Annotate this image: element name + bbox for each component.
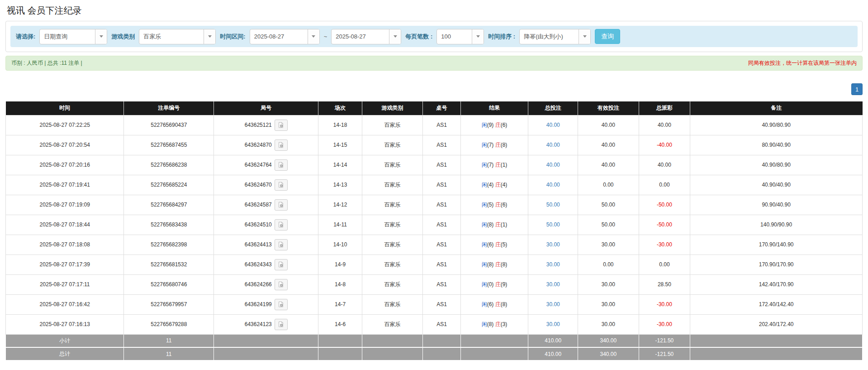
video-replay-icon	[278, 221, 284, 228]
cell-session: 14-10	[318, 235, 362, 255]
game-type-select[interactable]: 百家乐	[139, 29, 216, 44]
total-bet-link[interactable]: 50.00	[546, 221, 560, 228]
total-bet-link[interactable]: 40.00	[546, 182, 560, 188]
total-bet-link[interactable]: 40.00	[546, 142, 560, 148]
total-cell-6	[460, 347, 528, 360]
total-bet-link[interactable]: 50.00	[546, 202, 560, 208]
cell-bet-id: 522765686238	[124, 155, 214, 175]
table-row: 2025-08-27 07:16:13522765679288643624123…	[6, 314, 863, 334]
total-cell-2	[214, 347, 318, 360]
payout-value: 40.00	[658, 162, 671, 168]
pagination-page-1[interactable]: 1	[851, 83, 863, 95]
video-replay-button[interactable]	[275, 159, 288, 171]
cell-bet-id: 522765680746	[124, 274, 214, 294]
cell-result: 闲(7) 庄(1)	[460, 155, 528, 175]
cell-total-bet: 30.00	[528, 274, 578, 294]
total-cell-5	[423, 347, 460, 360]
video-replay-button[interactable]	[275, 239, 288, 250]
video-replay-button[interactable]	[275, 199, 288, 211]
chevron-down-icon[interactable]	[308, 29, 319, 44]
total-bet-link[interactable]: 40.00	[546, 162, 560, 168]
sort-order-select[interactable]: 降幂(由大到小)	[519, 29, 591, 44]
video-replay-icon	[278, 202, 284, 208]
cell-game-type: 百家乐	[362, 314, 422, 334]
video-replay-button[interactable]	[275, 179, 288, 191]
query-type-select[interactable]: 日期查询	[39, 29, 107, 44]
cell-valid-bet: 40.00	[578, 155, 639, 175]
cell-remark: 40.90/80.90	[690, 115, 863, 135]
date-from-value: 2025-08-27	[250, 29, 308, 44]
cell-game-type: 百家乐	[362, 294, 422, 314]
cell-round: 643624266	[214, 274, 318, 294]
total-bet-link[interactable]: 30.00	[546, 241, 560, 248]
cell-bet-id: 522765679957	[124, 294, 214, 314]
payout-value: -50.00	[657, 221, 672, 228]
cell-total-bet: 40.00	[528, 175, 578, 195]
total-bet-link[interactable]: 30.00	[546, 281, 560, 288]
cell-result: 闲(5) 庄(6)	[460, 195, 528, 215]
cell-session: 14-6	[318, 314, 362, 334]
video-replay-button[interactable]	[275, 219, 288, 231]
chevron-down-icon[interactable]	[472, 29, 484, 44]
subtotal-cell-10	[690, 334, 863, 347]
table-row: 2025-08-27 07:19:41522765685224643624670…	[6, 175, 863, 195]
banker-result: 庄	[495, 321, 501, 327]
video-replay-button[interactable]	[275, 299, 288, 310]
total-bet-link[interactable]: 40.00	[546, 122, 560, 128]
chevron-down-icon[interactable]	[389, 29, 401, 44]
chevron-down-icon[interactable]	[204, 29, 215, 44]
cell-bet-id: 522765684297	[124, 195, 214, 215]
total-bet-link[interactable]: 30.00	[546, 261, 560, 268]
video-replay-icon	[278, 241, 284, 248]
subtotal-cell-3	[318, 334, 362, 347]
cell-table-number: AS1	[423, 274, 460, 294]
cell-table-number: AS1	[423, 235, 460, 255]
cell-bet-id: 522765685224	[124, 175, 214, 195]
banker-result: 庄	[495, 182, 501, 188]
page-size-select[interactable]: 100	[436, 29, 484, 44]
cell-session: 14-7	[318, 294, 362, 314]
video-replay-button[interactable]	[275, 139, 288, 151]
date-from-select[interactable]: 2025-08-27	[250, 29, 320, 44]
cell-valid-bet: 0.00	[578, 175, 639, 195]
search-button[interactable]: 查询	[595, 29, 620, 44]
video-replay-button[interactable]	[275, 259, 288, 270]
column-header-10: 备注	[690, 101, 863, 115]
total-cell-10	[690, 347, 863, 360]
chevron-down-icon[interactable]	[579, 29, 590, 44]
total-bet-link[interactable]: 30.00	[546, 321, 560, 327]
cell-result: 闲(8) 庄(1)	[460, 215, 528, 235]
cell-total-bet: 40.00	[528, 115, 578, 135]
video-replay-button[interactable]	[275, 319, 288, 330]
video-replay-icon	[278, 281, 284, 288]
cell-bet-id: 522765687455	[124, 135, 214, 155]
cell-remark: 80.90/40.90	[690, 135, 863, 155]
cell-remark: 142.40/170.90	[690, 274, 863, 294]
total-bet-link[interactable]: 30.00	[546, 301, 560, 308]
player-result: 闲	[482, 261, 487, 268]
cell-table-number: AS1	[423, 215, 460, 235]
video-replay-button[interactable]	[275, 120, 288, 131]
payout-value: -30.00	[657, 321, 672, 327]
cell-round: 643624587	[214, 195, 318, 215]
total-cell-3	[318, 347, 362, 360]
subtotal-cell-6	[460, 334, 528, 347]
column-header-0: 时间	[6, 101, 124, 115]
cell-payout: -50.00	[639, 195, 690, 215]
video-replay-button[interactable]	[275, 279, 288, 290]
cell-round: 643624670	[214, 175, 318, 195]
cell-game-type: 百家乐	[362, 135, 422, 155]
column-header-4: 游戏类别	[362, 101, 422, 115]
date-to-select[interactable]: 2025-08-27	[331, 29, 401, 44]
chevron-down-icon[interactable]	[95, 29, 107, 44]
cell-game-type: 百家乐	[362, 175, 422, 195]
cell-result: 闲(6) 庄(5)	[460, 235, 528, 255]
cell-session: 14-11	[318, 215, 362, 235]
cell-payout: 40.00	[639, 115, 690, 135]
page-size-value: 100	[437, 29, 472, 44]
date-to-value: 2025-08-27	[332, 29, 389, 44]
cell-valid-bet: 30.00	[578, 314, 639, 334]
cell-round: 643624764	[214, 155, 318, 175]
cell-time: 2025-08-27 07:20:16	[6, 155, 124, 175]
banker-result: 庄	[495, 301, 501, 308]
